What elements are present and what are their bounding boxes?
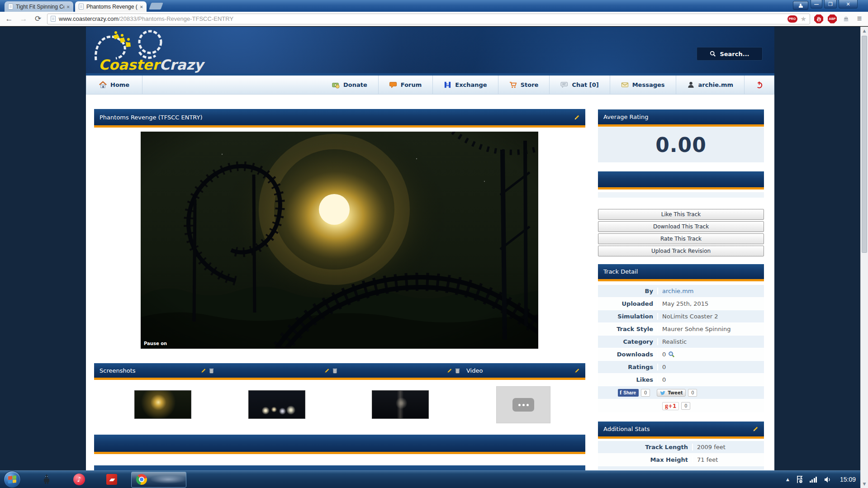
- table-row: Simulation NoLimits Coaster 2: [598, 310, 764, 322]
- nav-item-donate[interactable]: Donate: [321, 76, 379, 94]
- facebook-share-button[interactable]: fShare: [618, 389, 639, 397]
- stat-value: 2009 feet: [693, 444, 764, 450]
- envelope-icon: [621, 81, 629, 89]
- tweet-button[interactable]: Tweet: [657, 389, 686, 397]
- menu-icon[interactable]: ≡: [854, 14, 864, 24]
- site-header: CoasterCrazy Search...: [86, 27, 774, 76]
- page-body: Phantoms Revenge (TFSCC ENTRY): [86, 95, 774, 485]
- video-title: Video: [466, 363, 483, 378]
- search-button[interactable]: Search...: [697, 47, 763, 61]
- edit-pencil-icon[interactable]: [574, 114, 580, 120]
- table-row: By archie.mm: [598, 285, 764, 297]
- taskbar-app-icon[interactable]: ♪: [72, 473, 86, 486]
- average-rating-title: Average Rating: [603, 114, 648, 120]
- show-hidden-icons-arrow[interactable]: ▲: [786, 477, 789, 482]
- delete-trash-icon[interactable]: [455, 368, 460, 374]
- browser-toolbar: ← → ⟳ www.coastercrazy.com/20833/Phantom…: [0, 12, 868, 26]
- video-player-icon: [512, 398, 534, 412]
- tab-label: Tight Fit Spinning Co: [16, 4, 64, 10]
- screenshot-thumbnail[interactable]: [134, 390, 191, 419]
- author-link[interactable]: archie.mm: [662, 288, 693, 294]
- back-button[interactable]: ←: [4, 14, 14, 24]
- nav-item-logout[interactable]: [745, 76, 774, 94]
- refresh-button[interactable]: ⟳: [33, 14, 43, 24]
- minimize-button[interactable]: —: [811, 0, 822, 9]
- section-bar-empty: [94, 435, 585, 454]
- ghost-extension-icon[interactable]: [841, 14, 851, 24]
- like-track-button[interactable]: Like This Track: [598, 209, 764, 220]
- edit-pencil-icon[interactable]: [324, 368, 330, 374]
- nav-item-home[interactable]: Home: [86, 76, 142, 94]
- empty-header-bar: [598, 171, 764, 190]
- forum-icon: [389, 81, 397, 89]
- close-button[interactable]: ✕: [839, 0, 858, 9]
- edit-pencil-icon[interactable]: [447, 368, 452, 374]
- nav-item-exchange[interactable]: Exchange: [433, 76, 498, 94]
- detail-label: Likes: [598, 376, 658, 383]
- delete-trash-icon[interactable]: [209, 368, 214, 374]
- average-rating-header: Average Rating: [598, 109, 764, 127]
- detail-label: Track Style: [598, 326, 658, 332]
- nav-item-forum[interactable]: Forum: [379, 76, 433, 94]
- pro-extension-badge[interactable]: PRO: [787, 15, 797, 23]
- edit-pencil-icon[interactable]: [753, 426, 759, 432]
- user-icon: [687, 81, 695, 89]
- upload-revision-button[interactable]: Upload Track Revision: [598, 246, 764, 256]
- taskbar-clock[interactable]: 15:09: [838, 476, 856, 483]
- additional-stats-header: Additional Stats: [598, 422, 764, 439]
- detail-value: Realistic: [658, 338, 764, 345]
- track-preview-image[interactable]: Pause on: [141, 132, 538, 349]
- stop-hand-extension-icon[interactable]: [814, 14, 824, 24]
- start-button[interactable]: [4, 471, 21, 488]
- maximize-button[interactable]: ❐: [824, 0, 837, 9]
- volume-icon[interactable]: [824, 476, 832, 483]
- robot-icon: [42, 474, 51, 484]
- abp-extension-icon[interactable]: ABP: [827, 14, 837, 24]
- nav-label: Forum: [401, 81, 422, 88]
- browser-scrollbar[interactable]: ▲ ▼: [860, 27, 868, 488]
- sidebar: Average Rating 0.00 Like This Track Down…: [598, 95, 764, 485]
- blurred-window-title: [151, 475, 186, 483]
- taskbar-app-icon[interactable]: [40, 473, 53, 486]
- delete-trash-icon[interactable]: [332, 368, 337, 374]
- bookmark-star-icon[interactable]: ★: [801, 15, 806, 22]
- scroll-up-arrow[interactable]: ▲: [862, 28, 867, 33]
- donate-icon: [332, 81, 340, 89]
- taskbar-app-icon[interactable]: ▰: [105, 473, 119, 486]
- edit-pencil-icon[interactable]: [201, 368, 206, 374]
- network-icon[interactable]: [810, 477, 818, 483]
- tab-inactive[interactable]: Tight Fit Spinning Co ×: [5, 1, 73, 12]
- profile-button[interactable]: [793, 1, 808, 10]
- site-logo[interactable]: CoasterCrazy: [92, 28, 196, 74]
- scroll-down-arrow[interactable]: ▼: [862, 481, 867, 487]
- page-icon: [8, 4, 13, 9]
- tab-active[interactable]: Phantoms Revenge ( ×: [75, 1, 147, 12]
- video-placeholder[interactable]: [496, 386, 550, 423]
- forward-button[interactable]: →: [18, 14, 29, 24]
- action-center-flag-icon[interactable]: [796, 475, 803, 483]
- twitter-bird-icon: [660, 390, 666, 395]
- gplus-button[interactable]: gg+1+1: [662, 402, 679, 410]
- edit-pencil-icon[interactable]: [574, 368, 580, 374]
- new-tab-button[interactable]: [149, 3, 163, 9]
- tab-close-icon[interactable]: ×: [140, 4, 143, 9]
- tab-close-icon[interactable]: ×: [67, 4, 70, 9]
- nav-item-user[interactable]: archie.mm: [676, 76, 745, 94]
- nav-item-messages[interactable]: Messages: [610, 76, 676, 94]
- nav-item-chat[interactable]: Chat [0]: [550, 76, 610, 94]
- download-track-button[interactable]: Download This Track: [598, 221, 764, 232]
- screenshots-bar: Screenshots Video: [94, 363, 585, 380]
- downloads-magnifier-icon[interactable]: [668, 351, 675, 358]
- nav-item-store[interactable]: Store: [498, 76, 550, 94]
- screenshot-thumbnail[interactable]: [248, 390, 305, 419]
- chrome-taskbar-button[interactable]: [131, 472, 186, 488]
- table-row: Ratings 0: [598, 361, 764, 373]
- track-title: Phantoms Revenge (TFSCC ENTRY): [100, 114, 203, 121]
- tab-label: Phantoms Revenge (: [86, 4, 138, 10]
- screenshot-thumbnail[interactable]: [372, 390, 429, 419]
- nav-label: Messages: [632, 81, 665, 88]
- scrollbar-thumb[interactable]: [862, 36, 867, 253]
- rate-track-button[interactable]: Rate This Track: [598, 233, 764, 244]
- address-bar[interactable]: www.coastercrazy.com/20833/Phantoms-Reve…: [47, 14, 810, 24]
- browser-viewport: CoasterCrazy Search... Home Donate: [0, 27, 860, 488]
